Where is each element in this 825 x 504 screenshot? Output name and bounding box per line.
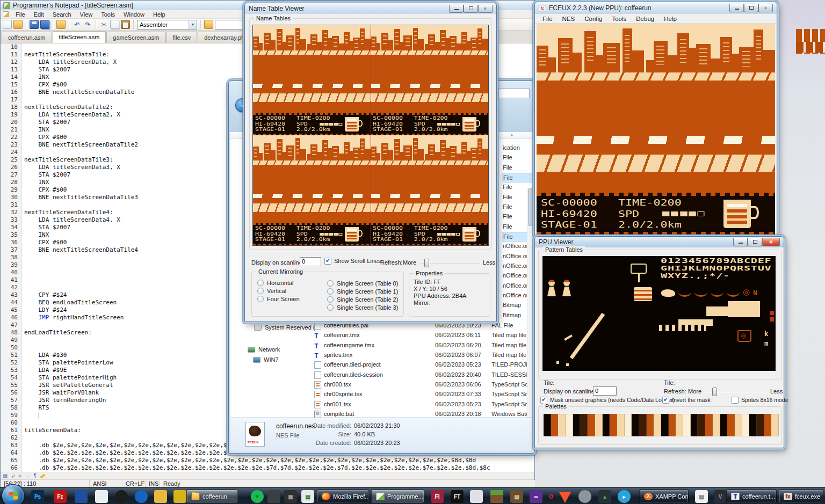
restore-button[interactable] xyxy=(464,5,478,13)
palette-5-swatch[interactable] xyxy=(713,414,720,436)
taskbar-icon-thunderbird[interactable] xyxy=(135,490,148,503)
hash-icon[interactable]: ⌗ xyxy=(19,473,22,479)
code-line[interactable]: 66 .db $7e,$2e,$2e,$2e,$2e,$2e,$2e,$2e,$… xyxy=(1,464,534,472)
palette-6-swatch[interactable] xyxy=(720,414,728,436)
pn-menu-search[interactable]: Search xyxy=(49,11,75,18)
name-table-0[interactable]: SC-00000TIME-0200HI-69420SPDSTAGE-012.0/… xyxy=(253,25,371,135)
ppu-refresh-slider-thumb[interactable] xyxy=(712,388,717,396)
fceux-menu-help[interactable]: Help xyxy=(660,15,681,23)
code-line[interactable]: 65 .db $2e,$2e,$2e,$2e,$2e,$2e,$2e,$2e,$… xyxy=(1,457,534,464)
refresh-slider-thumb[interactable] xyxy=(424,259,429,267)
palette-5-swatch[interactable] xyxy=(691,414,698,436)
sidebar-item-win7[interactable]: WIN7 xyxy=(253,356,279,363)
minimize-button[interactable] xyxy=(733,238,748,246)
radio-circle[interactable] xyxy=(327,304,334,311)
taskbar-icon-editor-app[interactable] xyxy=(75,490,88,503)
tab-titlescreen-asm[interactable]: titleScreen.asm xyxy=(53,31,106,43)
taskbar-icon-photoshop[interactable]: Ps xyxy=(31,490,44,503)
scheme-select[interactable]: Assembler ▼ xyxy=(137,20,197,30)
file-row-sprites-tmx[interactable]: Tsprites.tmx06/02/2023 06:07Tiled map fi… xyxy=(311,350,532,360)
palette-4-swatch[interactable] xyxy=(683,414,691,436)
scanline-input[interactable]: 0 xyxy=(300,257,321,266)
save-button[interactable] xyxy=(30,20,39,29)
sidebar-item-network[interactable]: Network xyxy=(248,346,280,353)
taskbar-icon-yellow-app-2[interactable] xyxy=(173,490,186,503)
radio-single-screen-table-2-[interactable]: Single Screen (Table 2) xyxy=(327,296,398,303)
palette-2-swatch[interactable] xyxy=(603,414,610,436)
ppu-titlebar[interactable]: PPU Viewer ✕ xyxy=(535,237,784,247)
taskbar-icon-clipboard-app[interactable]: ▤ xyxy=(695,490,708,503)
grid-icon[interactable]: ▦ xyxy=(3,473,8,479)
palette-3-swatch[interactable] xyxy=(647,414,654,436)
ntv-titlebar[interactable]: Name Table Viewer × xyxy=(245,3,496,14)
name-table-1[interactable]: SC-00000TIME-0200HI-69420SPDSTAGE-012.0/… xyxy=(371,25,488,135)
palette-7-swatch[interactable] xyxy=(757,414,764,436)
fceux-menu-config[interactable]: Config xyxy=(580,15,606,23)
palette-1-swatch[interactable] xyxy=(588,414,595,436)
name-tables-viewport[interactable]: SC-00000TIME-0200HI-69420SPDSTAGE-012.0/… xyxy=(252,25,489,246)
palette-3-swatch[interactable] xyxy=(654,414,661,436)
file-type-fragment[interactable]: File xyxy=(502,173,532,182)
pattern-table-0[interactable] xyxy=(542,256,659,371)
taskbar-icon-chip[interactable]: ▦ xyxy=(284,490,297,503)
taskbar-icon-white-app[interactable] xyxy=(95,490,108,503)
radio-four-screen[interactable]: Four Screen xyxy=(257,296,300,302)
explorer-scrollbar[interactable] xyxy=(527,188,532,418)
radio-circle[interactable] xyxy=(257,280,264,286)
minimize-button[interactable] xyxy=(729,4,744,12)
taskbar-icon-opera[interactable]: O xyxy=(545,490,558,503)
radio-circle[interactable] xyxy=(327,288,334,295)
minimize-button[interactable] xyxy=(449,5,464,13)
close-button[interactable]: × xyxy=(478,5,493,13)
pn-menu-view[interactable]: View xyxy=(76,11,97,18)
palette-0-swatch[interactable] xyxy=(544,414,551,436)
palette-3-swatch[interactable] xyxy=(639,414,647,436)
fceux-titlebar[interactable]: fc FCEUX 2.2.3 (New PPU): coffeerun × xyxy=(535,2,777,14)
taskbar-icon-mask-app[interactable] xyxy=(470,490,483,503)
pn-menu-window[interactable]: Window xyxy=(120,11,148,18)
taskbar-icon-unity[interactable] xyxy=(115,490,128,503)
fceux-game-screen[interactable]: SC-00000TIME-0200HI-69420SPDSTAGE-012.0/… xyxy=(537,24,775,235)
open-file-button[interactable] xyxy=(13,20,23,29)
checkbox-box[interactable] xyxy=(732,397,739,404)
palette-2-swatch[interactable] xyxy=(610,414,617,436)
file-row-coffeerun-tiled-session[interactable]: coffeerun.tiled-session06/02/2023 20:40T… xyxy=(311,370,532,380)
palette-6-swatch[interactable] xyxy=(727,414,735,436)
palette-4-swatch[interactable] xyxy=(669,414,676,436)
palette-2-swatch[interactable] xyxy=(625,414,632,436)
close-file-button[interactable] xyxy=(56,20,66,29)
wrap-icon[interactable]: ↲ xyxy=(11,473,15,479)
radio-single-screen-table-0-[interactable]: Single Screen (Table 0) xyxy=(327,280,398,287)
pn-menu-edit[interactable]: Edit xyxy=(30,11,48,18)
file-type-fragment[interactable]: File xyxy=(502,153,532,163)
taskbar-button-xampp-window[interactable]: XXAMPP Con... xyxy=(639,490,689,503)
tab-gamescreen-asm[interactable]: gameScreen.asm xyxy=(106,32,165,43)
palette-1-swatch[interactable] xyxy=(580,414,588,436)
taskbar-button-tiled-window[interactable]: Tcoffeerun.t... xyxy=(726,490,777,503)
save-all-button[interactable] xyxy=(40,20,49,29)
file-row-chr00sprite-tsx[interactable]: chr00sprite.tsx06/02/2023 07:33TypeScrip… xyxy=(311,390,532,399)
radio-circle[interactable] xyxy=(327,296,334,303)
file-row-coffeerun-tmx[interactable]: Tcoffeerun.tmx06/02/2023 06:11Tiled map … xyxy=(311,331,532,340)
fceux-menu-debug[interactable]: Debug xyxy=(632,15,658,23)
taskbar-icon-rgb-app[interactable]: ▲ xyxy=(598,490,611,503)
fceux-menu-nes[interactable]: NES xyxy=(558,15,580,23)
palette-4-swatch[interactable] xyxy=(676,414,683,436)
radio-single-screen-table-3-[interactable]: Single Screen (Table 3) xyxy=(327,304,398,311)
radio-single-screen-table-1-[interactable]: Single Screen (Table 1) xyxy=(327,288,398,295)
redo-button[interactable]: ↷ xyxy=(83,20,92,29)
undo-button[interactable]: ↶ xyxy=(73,20,82,29)
name-table-2[interactable]: SC-00000TIME-0200HI-69420SPDSTAGE-012.0/… xyxy=(253,135,371,245)
taskbar-icon-telegram[interactable]: ▸ xyxy=(618,490,631,503)
search-input[interactable] xyxy=(498,88,530,98)
tab-coffeerun-asm[interactable]: coffeerun.asm xyxy=(2,32,52,43)
file-type-fragment[interactable]: ication xyxy=(502,143,532,153)
paste-button[interactable] xyxy=(121,20,130,29)
palette-1-swatch[interactable] xyxy=(595,414,603,436)
show-scroll-lines-checkbox[interactable]: Show Scroll Lines xyxy=(324,258,381,265)
palette-3-swatch[interactable] xyxy=(632,414,639,436)
file-row-coffeerun-tiled-project[interactable]: coffeerun.tiled-project06/02/2023 05:23T… xyxy=(311,360,532,370)
invert-mask-checkbox[interactable]: Invert the mask xyxy=(662,397,711,404)
palette-4-swatch[interactable] xyxy=(661,414,669,436)
palette-5-swatch[interactable] xyxy=(705,414,713,436)
